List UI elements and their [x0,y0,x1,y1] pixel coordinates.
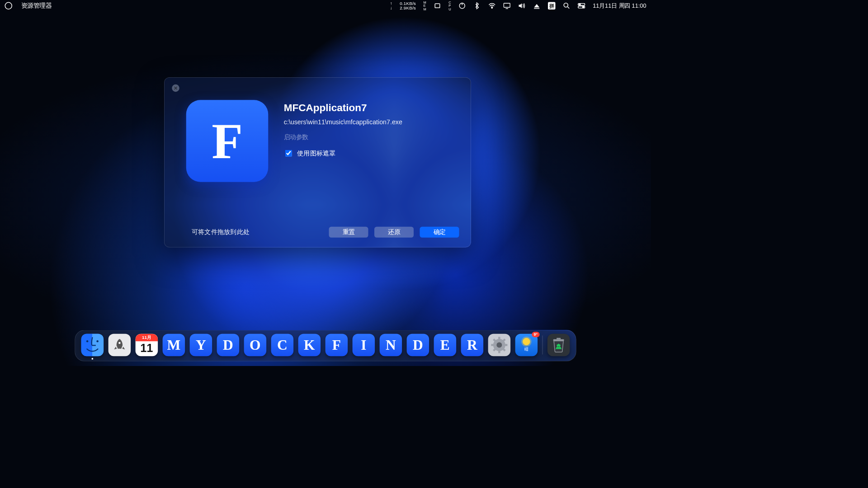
cpu-indicator-icon[interactable] [458,2,466,10]
active-app-name[interactable]: 资源管理器 [21,2,52,10]
svg-rect-12 [553,339,564,341]
dock-item-calendar[interactable]: 11月 11 [136,334,158,357]
network-speed[interactable]: 0.1KB/s 2.9KB/s [400,1,416,10]
menu-bar: 资源管理器 ↑↓ 0.1KB/s 2.9KB/s M E M C P U 拼 [0,0,651,12]
dock-item-letter-c[interactable]: C [271,334,294,357]
eject-icon[interactable] [533,2,541,10]
svg-point-4 [579,4,580,5]
svg-point-0 [491,8,492,9]
search-icon[interactable] [563,2,571,10]
control-center-icon[interactable] [578,2,585,10]
volume-icon[interactable] [518,2,526,10]
dock-item-letter-e[interactable]: E [434,334,457,357]
svg-point-9 [118,342,121,344]
dock-item-letter-m[interactable]: M [163,334,185,357]
dock-item-letter-d[interactable]: D [217,334,240,357]
dock-item-weather[interactable]: 9° 晴 [515,334,538,357]
dock-item-letter-f[interactable]: F [326,334,348,357]
dock-item-properties-dialog: ✕ F MFCApplication7 c:\users\win11\music… [164,77,471,248]
svg-point-7 [86,340,89,343]
ime-indicator[interactable]: 拼 [548,2,556,10]
restore-button[interactable]: 还原 [374,227,414,238]
close-button[interactable]: ✕ [172,84,179,92]
dock-item-finder[interactable] [81,334,104,357]
dock-item-letter-i[interactable]: I [353,334,375,357]
running-indicator-icon [92,358,94,360]
app-icon-preview[interactable]: F [186,100,269,182]
icon-mask-checkbox[interactable] [285,150,292,157]
net-download: 2.9KB/s [400,5,416,10]
svg-point-11 [496,343,502,348]
bluetooth-icon[interactable] [473,2,481,10]
weather-badge: 9° [532,332,540,337]
dock-item-letter-y[interactable]: Y [190,334,212,357]
clock[interactable]: 11月11日 周四 11:00 [593,2,646,9]
app-title: MFCApplication7 [284,102,459,114]
sun-icon [523,338,530,345]
dock-item-letter-d2[interactable]: D [407,334,429,357]
dock-item-settings[interactable] [488,334,511,357]
svg-rect-1 [504,3,510,7]
app-icon-letter: F [212,116,243,167]
svg-point-6 [583,6,584,8]
dock-item-letter-n[interactable]: N [380,334,402,357]
dock-item-launchpad[interactable] [108,334,131,357]
display-icon[interactable] [503,2,511,10]
reset-button[interactable]: 重置 [329,227,368,238]
weather-caption: 晴 [524,347,528,352]
launch-params-label[interactable]: 启动参数 [284,133,459,141]
icon-mask-label: 使用图标遮罩 [297,149,336,158]
svg-point-8 [96,340,99,343]
dock-item-letter-r[interactable]: R [461,334,484,357]
dock-item-letter-o[interactable]: O [244,334,267,357]
cpu-label: C P U [448,1,451,11]
network-arrows-icon[interactable]: ↑↓ [390,1,392,10]
app-path: c:\users\win11\music\mfcapplication7.exe [284,118,459,126]
ok-button[interactable]: 确定 [420,227,459,238]
apple-menu-icon[interactable] [5,2,13,10]
wifi-icon[interactable] [488,2,496,10]
dock-item-trash[interactable] [547,334,570,357]
dock: 11月 11 M Y D O C K F I N D E R 9° 晴 [75,330,576,361]
dock-separator [542,336,543,355]
calendar-month: 11月 [136,334,158,342]
memory-indicator-icon[interactable] [434,2,441,10]
calendar-day: 11 [140,341,153,355]
mem-label: M E M [423,1,426,11]
dock-item-letter-k[interactable]: K [298,334,321,357]
icon-mask-checkbox-row[interactable]: 使用图标遮罩 [284,149,459,158]
drop-hint: 可将文件拖放到此处 [192,228,250,237]
svg-rect-13 [557,338,561,339]
svg-point-2 [564,3,568,7]
